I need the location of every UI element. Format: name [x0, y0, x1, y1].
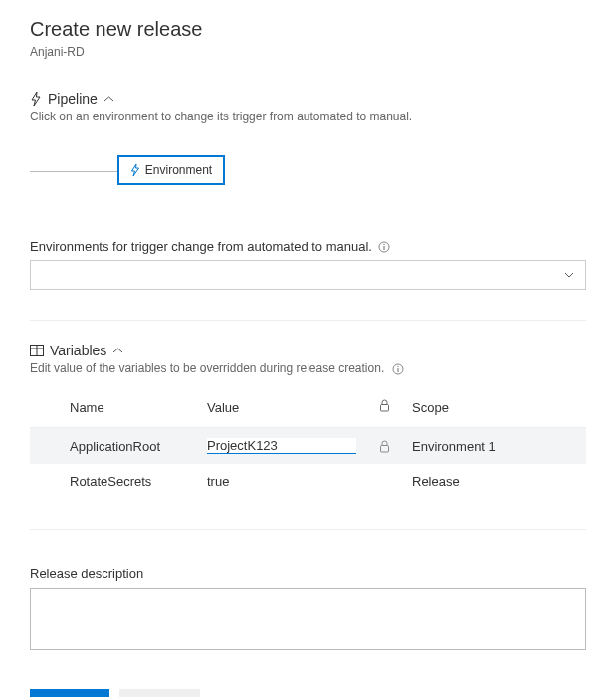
env-trigger-label: Environments for trigger change from aut… [30, 239, 586, 254]
info-icon[interactable] [378, 241, 390, 253]
page-title: Create new release [30, 18, 586, 41]
pipeline-name: Anjani-RD [30, 45, 586, 59]
chevron-up-icon [112, 346, 123, 356]
variables-table: Name Value Scope ApplicationRoot Project… [30, 391, 586, 499]
info-icon[interactable] [392, 363, 404, 375]
col-header-name[interactable]: Name [30, 391, 199, 428]
lock-icon [379, 400, 390, 415]
pipeline-section-label: Pipeline [48, 91, 98, 107]
lock-toggle[interactable] [372, 440, 396, 453]
svg-rect-2 [383, 246, 384, 250]
section-divider [30, 320, 586, 321]
var-scope-cell[interactable]: Release [404, 464, 586, 499]
col-header-lock [364, 391, 404, 428]
svg-rect-10 [380, 445, 388, 452]
cancel-button[interactable]: Cancel [119, 689, 199, 697]
col-header-scope[interactable]: Scope [404, 391, 586, 428]
table-row[interactable]: RotateSecrets true Release [30, 464, 586, 499]
variables-icon [30, 345, 44, 356]
var-name-cell: RotateSecrets [30, 464, 199, 499]
var-value-input[interactable]: true [199, 464, 364, 499]
svg-point-7 [397, 366, 398, 367]
table-row[interactable]: ApplicationRoot ProjectK123 Environment … [30, 428, 586, 465]
release-desc-input[interactable] [30, 588, 586, 650]
lightning-icon [130, 164, 140, 176]
pipeline-section-desc: Click on an environment to change its tr… [30, 110, 586, 123]
variables-section-desc: Edit value of the variables to be overri… [30, 361, 586, 375]
env-trigger-dropdown[interactable] [30, 260, 586, 290]
pipeline-visualizer: Environment [30, 151, 586, 193]
svg-point-1 [383, 243, 384, 244]
col-header-value[interactable]: Value [199, 391, 364, 428]
var-value-input[interactable]: ProjectK123 [207, 438, 356, 454]
environment-node-label: Environment [145, 163, 212, 177]
section-divider [30, 529, 586, 530]
action-bar: Create Cancel [30, 689, 586, 697]
variables-section-label: Variables [50, 343, 106, 358]
create-button[interactable]: Create [30, 689, 109, 697]
chevron-up-icon [103, 94, 114, 105]
lock-toggle[interactable] [364, 464, 404, 499]
pipeline-connector [30, 171, 117, 172]
variables-section-toggle[interactable]: Variables [30, 343, 586, 358]
lightning-icon [30, 92, 42, 106]
pipeline-section-toggle[interactable]: Pipeline [30, 91, 586, 107]
var-name-cell: ApplicationRoot [30, 428, 199, 465]
var-scope-cell[interactable]: Environment 1 [404, 428, 586, 465]
release-desc-label: Release description [30, 566, 586, 581]
environment-node[interactable]: Environment [117, 155, 225, 185]
table-header-row: Name Value Scope [30, 391, 586, 428]
svg-rect-8 [397, 368, 398, 372]
chevron-down-icon [563, 269, 575, 281]
svg-rect-9 [380, 405, 388, 412]
